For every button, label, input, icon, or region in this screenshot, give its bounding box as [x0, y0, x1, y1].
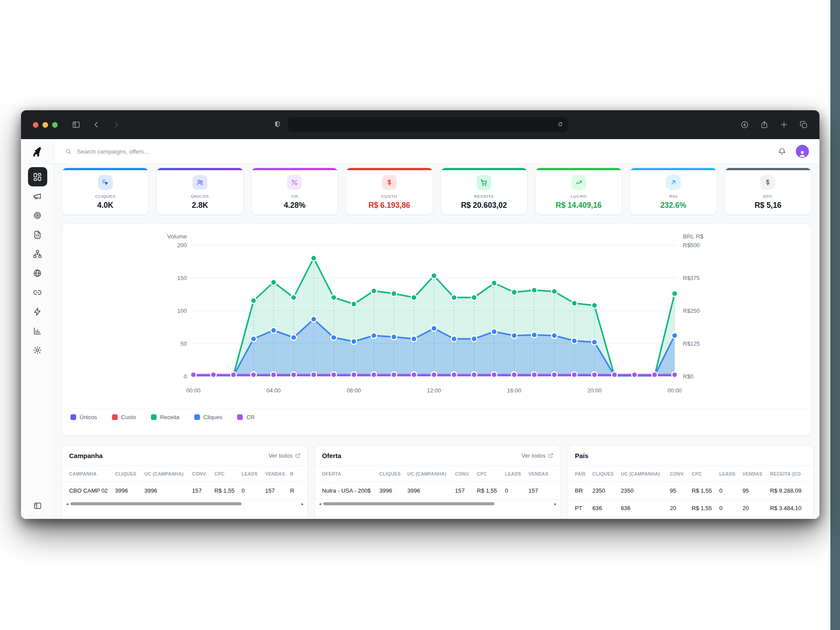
table-row[interactable]: PT63663620R$ 1,55020R$ 3.484,10: [568, 499, 813, 517]
scroll-left-arrow[interactable]: ◂: [66, 502, 68, 506]
legend-item-custo[interactable]: Custo: [112, 414, 136, 420]
table-card-oferta: OfertaVer todosOFERTACLIQUESUC (CAMPANHA…: [315, 445, 561, 519]
stat-card-cliques[interactable]: CLIQUES4.0K: [62, 168, 149, 215]
cursor-click-icon: [102, 178, 109, 186]
stat-card-cr[interactable]: CR4.28%: [251, 168, 338, 215]
legend-label: Cliques: [203, 414, 222, 420]
column-header: CPC: [214, 471, 242, 476]
column-header: UC (CAMPANHA): [407, 471, 455, 476]
table-title: Campanha: [69, 452, 103, 459]
table-row[interactable]: BR2350235095R$ 1,55095R$ 9.288,09: [568, 482, 813, 499]
sidebar-item-zap[interactable]: [28, 302, 47, 321]
table-title: Oferta: [322, 452, 341, 459]
ver-todos-link[interactable]: Ver todos: [269, 452, 301, 459]
scroll-right-arrow[interactable]: ▸: [554, 502, 556, 506]
notifications-bell-icon[interactable]: [778, 147, 786, 156]
sidebar-item-link[interactable]: [28, 283, 47, 302]
legend-item-cliques[interactable]: Cliques: [194, 414, 222, 420]
sidebar-toggle-icon[interactable]: [72, 120, 80, 129]
maximize-window-button[interactable]: [52, 122, 58, 128]
address-bar[interactable]: [288, 117, 568, 132]
table-row[interactable]: CBO CAMP 0239963996157R$ 1,550157R: [62, 482, 308, 499]
stat-label: CR: [291, 194, 298, 199]
new-tab-button[interactable]: [780, 120, 788, 129]
tabs-overview-button[interactable]: [799, 120, 808, 129]
column-header: CLIQUES: [592, 471, 621, 476]
stat-value: R$ 5,16: [755, 201, 781, 210]
stat-card-custo[interactable]: CUSTOR$ 6.193,86: [346, 168, 433, 215]
reload-button[interactable]: [557, 121, 564, 128]
downloads-button[interactable]: [740, 120, 749, 129]
external-link-icon: [548, 453, 553, 458]
minimize-window-button[interactable]: [42, 122, 48, 128]
table-cell: R: [290, 487, 308, 494]
stat-card-roi[interactable]: ROI232.6%: [630, 168, 717, 215]
stat-card-epc[interactable]: EPCR$ 5,16: [724, 168, 812, 215]
sidebar-item-dashboard[interactable]: [28, 167, 47, 186]
user-avatar[interactable]: [796, 145, 809, 158]
stat-card-receita[interactable]: RECEITAR$ 20.603,02: [441, 168, 528, 215]
sidebar-collapse-button[interactable]: [33, 501, 42, 512]
column-header: RECEITA (CO: [770, 471, 814, 476]
stat-card-unicos[interactable]: ÚNICOS2.8K: [156, 168, 243, 215]
target-icon: [33, 211, 42, 220]
share-button[interactable]: [760, 120, 769, 129]
volume-chart-card: 050100150200R$0R$125R$250R$375R$500Volum…: [62, 224, 812, 436]
search-input[interactable]: [77, 148, 778, 155]
sidebar-item-target[interactable]: [28, 206, 47, 225]
svg-text:R$500: R$500: [683, 242, 700, 248]
app-logo[interactable]: [21, 139, 54, 164]
stat-icon-chip: [192, 175, 207, 190]
back-button[interactable]: [92, 120, 101, 129]
stat-label: CUSTO: [382, 194, 398, 199]
table-row[interactable]: Nutra - USA - 200$39963996157R$ 1,550157: [315, 482, 560, 499]
scroll-left-arrow[interactable]: ◂: [319, 502, 321, 506]
horizontal-scrollbar[interactable]: ◂▸: [315, 499, 560, 508]
column-header: PAÍS: [575, 471, 592, 476]
scroll-right-arrow[interactable]: ▸: [301, 502, 304, 506]
user-icon: [798, 149, 807, 158]
horizontal-scrollbar[interactable]: ◂▸: [62, 499, 308, 508]
svg-text:100: 100: [177, 308, 187, 314]
table-header-row: CAMPANHACLIQUESUC (CAMPANHA)CONV.CPCLEAD…: [62, 466, 308, 482]
column-header: CONV.: [455, 471, 477, 476]
svg-text:Volume: Volume: [167, 233, 187, 240]
stat-accent-bar: [441, 168, 527, 170]
table-cell: 0: [719, 505, 742, 511]
close-window-button[interactable]: [33, 122, 38, 128]
scrollbar-thumb[interactable]: [323, 502, 494, 505]
svg-text:R$0: R$0: [683, 373, 693, 380]
table-titlebar: CampanhaVer todos: [62, 445, 308, 466]
column-header: VENDAS: [528, 471, 555, 476]
sidebar-item-settings[interactable]: [28, 340, 47, 360]
sidebar-item-bar-chart[interactable]: [28, 321, 47, 340]
forward-button[interactable]: [112, 120, 121, 129]
sidebar-item-globe[interactable]: [28, 263, 47, 283]
stat-card-lucro[interactable]: LUCROR$ 14.409,16: [535, 168, 622, 215]
shield-icon[interactable]: [273, 120, 282, 129]
legend-label: Custo: [121, 414, 136, 420]
tables-row: CampanhaVer todosCAMPANHACLIQUESUC (CAMP…: [62, 445, 814, 519]
sidebar-item-megaphone[interactable]: [28, 186, 47, 206]
table-titlebar: OfertaVer todos: [315, 445, 560, 466]
sidebar-item-file-code[interactable]: [28, 225, 47, 244]
table-card-pais: PaísPAÍSCLIQUESUC (CAMPANHA)CONV.CPCLEAD…: [567, 445, 814, 519]
ver-todos-link[interactable]: Ver todos: [522, 452, 553, 459]
chevron-right-icon: [112, 120, 121, 129]
legend-item-unicos[interactable]: Únicos: [70, 414, 97, 420]
svg-text:04:00: 04:00: [266, 387, 281, 394]
stat-icon-chip: [382, 175, 397, 190]
legend-label: Receita: [160, 414, 179, 420]
users-icon: [196, 178, 204, 186]
volume-chart-plot[interactable]: 050100150200R$0R$125R$250R$375R$500Volum…: [62, 224, 812, 399]
stat-label: EPC: [763, 194, 773, 199]
sidebar-item-sitemap[interactable]: [28, 244, 47, 263]
legend-item-receita[interactable]: Receita: [151, 414, 179, 420]
column-header: UC (CAMPANHA): [144, 471, 192, 476]
table-cell: R$ 1,55: [692, 505, 719, 511]
legend-label: CR: [246, 414, 255, 420]
sitemap-icon: [33, 249, 42, 259]
scrollbar-thumb[interactable]: [70, 502, 242, 505]
column-header: CONV.: [192, 471, 214, 476]
legend-item-cr[interactable]: CR: [237, 414, 255, 420]
